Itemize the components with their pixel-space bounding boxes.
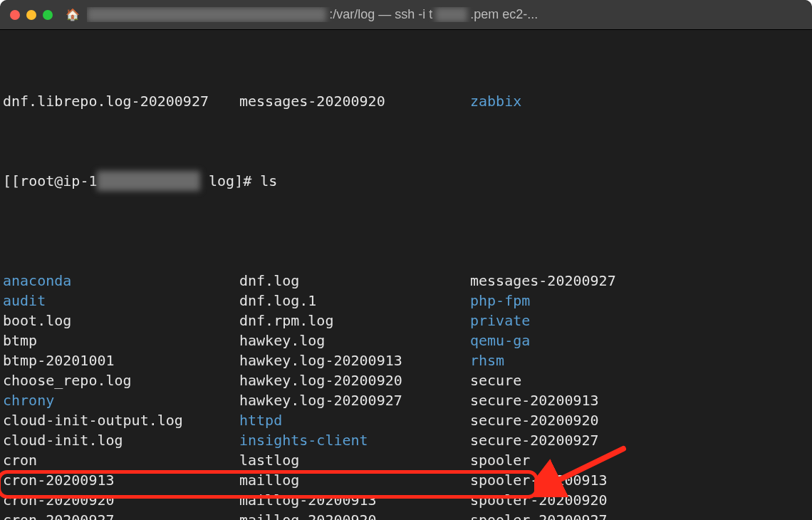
file: cron-20200920 bbox=[3, 490, 239, 510]
terminal-window: 🏠 xxxxxxxxxxxxxx — xxxx@ip-xxx-xx-xx-xxx… bbox=[0, 0, 812, 520]
minimize-button[interactable] bbox=[26, 10, 36, 20]
command-text: ls bbox=[260, 171, 277, 191]
dir: chrony bbox=[3, 390, 239, 410]
home-icon: 🏠 bbox=[66, 8, 80, 21]
dir: audit bbox=[3, 291, 239, 311]
file: maillog-20200913 bbox=[239, 490, 470, 510]
list-row: auditdnf.log.1php-fpm bbox=[3, 291, 809, 311]
list-row: btmp-20201001hawkey.log-20200913rhsm bbox=[3, 350, 809, 370]
title-end: .pem ec2-... bbox=[470, 7, 538, 22]
prompt-post: log]# bbox=[200, 171, 260, 191]
file: messages-20200920 bbox=[239, 91, 470, 111]
prompt-blur: xx-xx-xx-xxx bbox=[97, 171, 200, 191]
dir: zabbix bbox=[470, 91, 521, 111]
file: hawkey.log-20200913 bbox=[239, 350, 470, 370]
dir: insights-client bbox=[239, 430, 470, 450]
list-row: cron-20200927maillog-20200920spooler-202… bbox=[3, 510, 809, 520]
file: spooler-20200927 bbox=[470, 510, 608, 520]
file: dnf.rpm.log bbox=[239, 311, 470, 331]
list-row: cron-20200920maillog-20200913spooler-202… bbox=[3, 490, 809, 510]
file: dnf.librepo.log-20200927 bbox=[3, 91, 239, 111]
window-title: xxxxxxxxxxxxxx — xxxx@ip-xxx-xx-xx-xxx :… bbox=[87, 7, 538, 22]
file: secure-20200913 bbox=[470, 390, 599, 410]
file: lastlog bbox=[239, 450, 470, 470]
file: choose_repo.log bbox=[3, 370, 239, 390]
list-row: choose_repo.loghawkey.log-20200920secure bbox=[3, 370, 809, 390]
file: boot.log bbox=[3, 311, 239, 331]
dir: rhsm bbox=[470, 350, 504, 370]
list-row: chronyhawkey.log-20200927secure-20200913 bbox=[3, 390, 809, 410]
file: spooler-20200920 bbox=[470, 490, 608, 510]
file: btmp-20201001 bbox=[3, 350, 239, 370]
list-row: cron-20200913maillogspooler-20200913 bbox=[3, 470, 809, 490]
list-row: cronlastlogspooler bbox=[3, 450, 809, 470]
title-blur-2: xxxxx bbox=[435, 7, 467, 22]
list-row: cloud-init.loginsights-clientsecure-2020… bbox=[3, 430, 809, 450]
file: hawkey.log-20200927 bbox=[239, 390, 470, 410]
close-button[interactable] bbox=[10, 10, 20, 20]
list-row: dnf.librepo.log-20200927messages-2020092… bbox=[3, 91, 809, 111]
file: dnf.log bbox=[239, 271, 470, 291]
file: hawkey.log-20200920 bbox=[239, 370, 470, 390]
dir: httpd bbox=[239, 410, 470, 430]
traffic-lights bbox=[10, 10, 53, 20]
list-row: boot.logdnf.rpm.logprivate bbox=[3, 311, 809, 331]
prompt-user: [root@ip-1 bbox=[11, 171, 97, 191]
list-row: btmphawkey.logqemu-ga bbox=[3, 331, 809, 350]
file: cloud-init.log bbox=[3, 430, 239, 450]
file: cloud-init-output.log bbox=[3, 410, 239, 430]
dir: php-fpm bbox=[470, 291, 530, 311]
file: cron-20200913 bbox=[3, 470, 239, 490]
file: secure-20200920 bbox=[470, 410, 599, 430]
list-row: cloud-init-output.loghttpdsecure-2020092… bbox=[3, 410, 809, 430]
dir: qemu-ga bbox=[470, 331, 530, 350]
file: dnf.log.1 bbox=[239, 291, 470, 311]
file: spooler-20200913 bbox=[470, 470, 608, 490]
title-blur-1: xxxxxxxxxxxxxx — xxxx@ip-xxx-xx-xx-xxx bbox=[87, 7, 326, 22]
titlebar[interactable]: 🏠 xxxxxxxxxxxxxx — xxxx@ip-xxx-xx-xx-xxx… bbox=[0, 0, 812, 30]
prompt-line: [[root@ip-1xx-xx-xx-xxx log]# ls bbox=[3, 171, 809, 191]
file: spooler bbox=[470, 450, 530, 470]
dir: private bbox=[470, 311, 530, 331]
file: maillog-20200920 bbox=[239, 510, 470, 520]
file: messages-20200927 bbox=[470, 271, 616, 291]
terminal-content[interactable]: dnf.librepo.log-20200927messages-2020092… bbox=[0, 30, 812, 520]
file: cron bbox=[3, 450, 239, 470]
file: secure bbox=[470, 370, 521, 390]
prompt-bracket: [ bbox=[3, 171, 11, 191]
file: maillog bbox=[239, 470, 470, 490]
file: hawkey.log bbox=[239, 331, 470, 350]
list-row: anacondadnf.logmessages-20200927 bbox=[3, 271, 809, 291]
file: cron-20200927 bbox=[3, 510, 239, 520]
file: btmp bbox=[3, 331, 239, 350]
dir: anaconda bbox=[3, 271, 239, 291]
zoom-button[interactable] bbox=[43, 10, 53, 20]
title-path: :/var/log — ssh -i t bbox=[329, 7, 432, 22]
file: secure-20200927 bbox=[470, 430, 599, 450]
